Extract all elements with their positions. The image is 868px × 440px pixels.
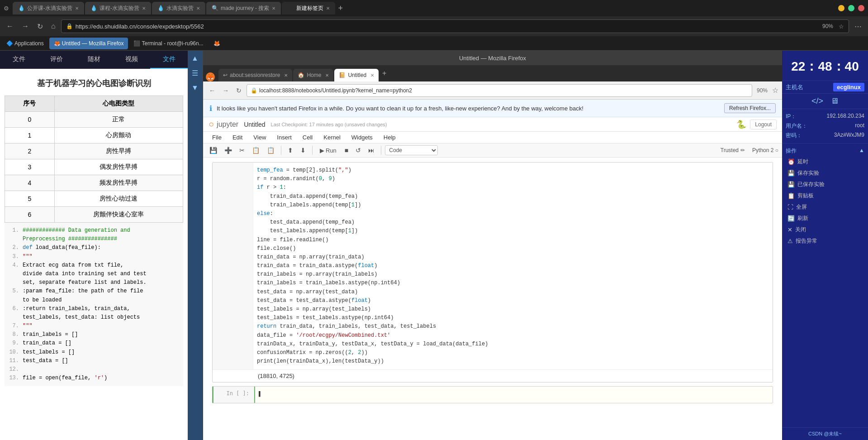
actions-collapse-icon[interactable]: ▲ <box>859 147 864 155</box>
notebook-cell-2[interactable]: In [ ]: ▌ <box>212 386 773 403</box>
ff-refresh-firefox-button[interactable]: Refresh Firefox... <box>724 103 776 113</box>
tab-close-1[interactable]: ✕ <box>75 6 79 11</box>
home-button[interactable]: ⌂ <box>48 20 58 32</box>
toolbar-restart-btn[interactable]: ↺ <box>353 145 364 155</box>
ff-tab-close-2[interactable]: ✕ <box>325 73 329 78</box>
code-icon[interactable]: </> <box>811 96 823 106</box>
settings-button[interactable]: ⋯ <box>852 20 864 33</box>
toolbar-cut-btn[interactable]: ✂ <box>237 145 247 155</box>
jupyter-menu-widgets[interactable]: Widgets <box>346 132 378 143</box>
clock-display: 22：48：40 <box>786 54 864 77</box>
nav-item-suicai[interactable]: 随材 <box>75 51 113 69</box>
tab-close-2[interactable]: ✕ <box>142 6 146 11</box>
forward-button[interactable]: → <box>19 20 32 32</box>
taskbar-item-firefox[interactable]: 🦊 Untitled — Mozilla Firefox <box>49 38 128 49</box>
ff-new-tab-button[interactable]: + <box>379 68 389 78</box>
toolbar-copy-btn[interactable]: 📋 <box>249 145 262 155</box>
tab-title-4: made journey - 搜索 <box>221 5 269 12</box>
action-save-exp[interactable]: 💾 保存实验 <box>786 168 864 178</box>
monitor-icon[interactable]: 🖥 <box>830 96 839 106</box>
toolbar-add-btn[interactable]: ➕ <box>222 145 235 155</box>
toolbar-stop-btn[interactable]: ■ <box>342 145 351 155</box>
action-clipboard[interactable]: 📋 剪贴板 <box>786 191 864 201</box>
taskbar-item-terminal[interactable]: ⬛ Terminal - root@i-ru96n... <box>129 38 208 49</box>
jupyter-menu-insert[interactable]: Insert <box>271 132 297 143</box>
address-bar[interactable]: 🔒 https://edu.shuidilab.cn/console/expde… <box>61 19 849 33</box>
jupyter-menu-cell[interactable]: Cell <box>297 132 318 143</box>
menu-icon[interactable]: ☰ <box>190 67 200 79</box>
back-button[interactable]: ← <box>4 20 16 32</box>
trusted-badge: Trusted ✏ <box>721 147 745 153</box>
toolbar-restart-run-btn[interactable]: ⏭ <box>365 145 377 155</box>
tab-favicon-1: 💧 <box>18 5 24 11</box>
reload-button[interactable]: ↻ <box>34 20 46 33</box>
address-bar-row: ← → ↻ ⌂ 🔒 https://edu.shuidilab.cn/conso… <box>0 16 868 36</box>
code-line-4: Extract ecg data from txt file, <box>23 261 180 270</box>
ff-tab-title-2: Home <box>307 72 321 78</box>
taskbar: 🔷 Applications 🦊 Untitled — Mozilla Fire… <box>0 36 868 51</box>
edit-trusted-icon[interactable]: ✏ <box>740 147 745 153</box>
ff-tab-close-3[interactable]: ✕ <box>370 73 374 78</box>
minimize-button[interactable] <box>838 5 844 11</box>
tab-close-4[interactable]: ✕ <box>272 6 275 11</box>
action-close[interactable]: ✕ 关闭 <box>786 225 864 235</box>
toolbar-run-button[interactable]: ▶ Run <box>316 146 340 155</box>
taskbar-item-4[interactable]: 🦊 <box>209 38 224 49</box>
nav-item-pingjia[interactable]: 评价 <box>38 51 75 69</box>
ff-bookmark-icon[interactable]: ☆ <box>772 86 778 95</box>
ff-url-bar[interactable]: 🔒 localhost:8888/notebooks/Untitled.ipyn… <box>247 84 752 97</box>
ff-tab-close-1[interactable]: ✕ <box>284 73 288 78</box>
jupyter-menu-view[interactable]: View <box>248 132 271 143</box>
jupyter-menu-edit[interactable]: Edit <box>227 132 248 143</box>
ff-reload-button[interactable]: ↻ <box>234 86 244 96</box>
jupyter-menu-kernel[interactable]: Kernel <box>318 132 346 143</box>
browser-tab-1[interactable]: 💧 公开课-水滴实验营 ✕ <box>13 2 84 14</box>
taskbar-item-applications[interactable]: 🔷 Applications <box>2 38 48 49</box>
action-report-label: 报告异常 <box>796 237 817 245</box>
toolbar-paste-btn[interactable]: 📋 <box>264 145 277 155</box>
action-refresh[interactable]: 🔄 刷新 <box>786 213 864 224</box>
ff-forward-button[interactable]: → <box>220 86 231 96</box>
bottom-text: CSDN @未续~ <box>808 431 842 436</box>
cell-code-1[interactable]: temp_fea = temp[2].split(",") r = random… <box>253 163 773 369</box>
maximize-button[interactable] <box>848 5 854 11</box>
action-delay[interactable]: ⏰ 延时 <box>786 157 864 167</box>
toolbar-save-btn[interactable]: 💾 <box>207 145 220 155</box>
nav-item-file[interactable]: 文件 <box>150 51 188 69</box>
toolbar-down-btn[interactable]: ⬇ <box>298 145 308 155</box>
close-button[interactable] <box>858 5 864 11</box>
jupyter-notebook-name[interactable]: Untitled <box>244 121 265 128</box>
ff-tab-session[interactable]: ↩ about:sessionrestore ✕ <box>218 69 292 81</box>
action-report[interactable]: ⚠ 报告异常 <box>786 236 864 246</box>
ff-back-button[interactable]: ← <box>207 86 218 96</box>
ff-tab-home[interactable]: 🏠 Home ✕ <box>293 69 333 81</box>
notebook-area[interactable]: temp_fea = temp[2].split(",") r = random… <box>203 158 782 440</box>
jupyter-menu-help[interactable]: Help <box>378 132 401 143</box>
jupyter-logout-button[interactable]: Logout <box>750 120 777 129</box>
tab-close-3[interactable]: ✕ <box>196 6 200 11</box>
browser-tab-3[interactable]: 💧 水滴实验营 ✕ <box>152 2 205 14</box>
nav-item-video[interactable]: 视频 <box>113 51 150 69</box>
bookmark-icon[interactable]: ☆ <box>839 23 844 30</box>
jupyter-menu-file[interactable]: File <box>207 132 227 143</box>
scroll-down-icon[interactable]: ▼ <box>190 82 200 94</box>
line-num-1: 1. <box>8 226 19 235</box>
ff-logo: 🦊 <box>206 72 215 81</box>
cell-code-2[interactable]: ▌ <box>254 387 773 402</box>
line-num-10: 10. <box>8 348 19 357</box>
tab-close-5[interactable]: ✕ <box>326 6 330 11</box>
action-fullscreen[interactable]: ⛶ 全屏 <box>786 202 864 212</box>
cell-input-2: In [ ]: ▌ <box>213 387 773 402</box>
cell-type-select[interactable]: Code Markdown Raw NBConvert <box>385 145 438 155</box>
ff-tab-untitled[interactable]: 📔 Untitled ✕ <box>334 69 379 81</box>
browser-tab-5[interactable]: 新建标签页 ✕ <box>282 2 335 14</box>
nav-item-wenzhang[interactable]: 文件 <box>0 51 38 69</box>
scroll-up-icon[interactable]: ▲ <box>190 53 200 64</box>
action-saved-exp[interactable]: 💾 已保存实验 <box>786 179 864 190</box>
line-num-2: 2. <box>8 244 19 252</box>
new-tab-button[interactable]: + <box>336 2 345 15</box>
browser-tab-4[interactable]: 🔍 made journey - 搜索 ✕ <box>206 2 281 14</box>
browser-tab-2[interactable]: 💧 课程-水滴实验营 ✕ <box>85 2 151 14</box>
main-layout: 文件 评价 随材 视频 文件 基于机器学习的心电图诊断识别 序号 心电图类型 0… <box>0 51 868 440</box>
toolbar-up-btn[interactable]: ⬆ <box>285 145 296 155</box>
